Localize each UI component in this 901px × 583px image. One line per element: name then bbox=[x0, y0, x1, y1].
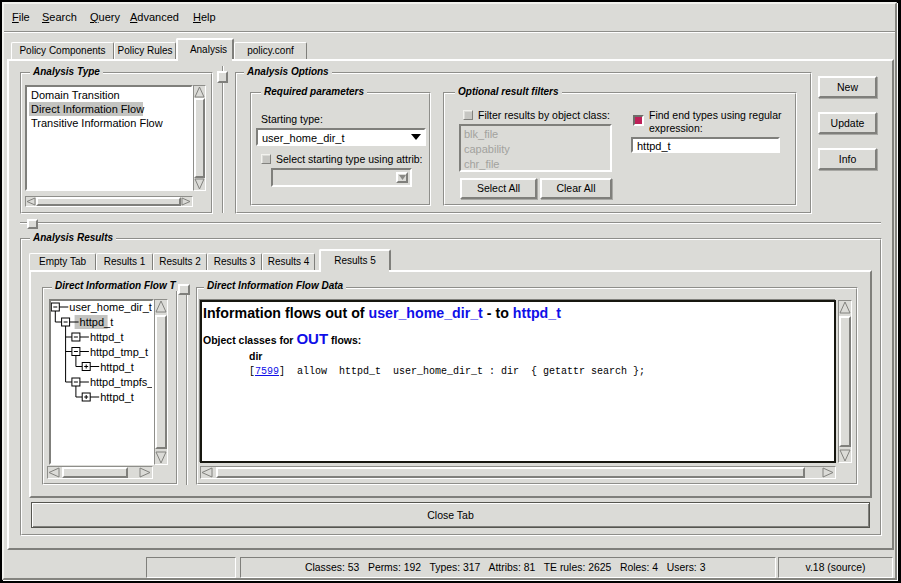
svg-text:httpd_tmp_t: httpd_tmp_t bbox=[90, 346, 148, 358]
svg-text:httpd_t: httpd_t bbox=[100, 361, 134, 373]
svg-text:httpd_t: httpd_t bbox=[80, 316, 114, 328]
svg-text:httpd_t: httpd_t bbox=[100, 391, 134, 403]
svg-text:httpd_t: httpd_t bbox=[90, 331, 124, 343]
svg-text:user_home_dir_t: user_home_dir_t bbox=[69, 301, 152, 313]
svg-text:httpd_tmpfs_: httpd_tmpfs_ bbox=[90, 376, 152, 388]
